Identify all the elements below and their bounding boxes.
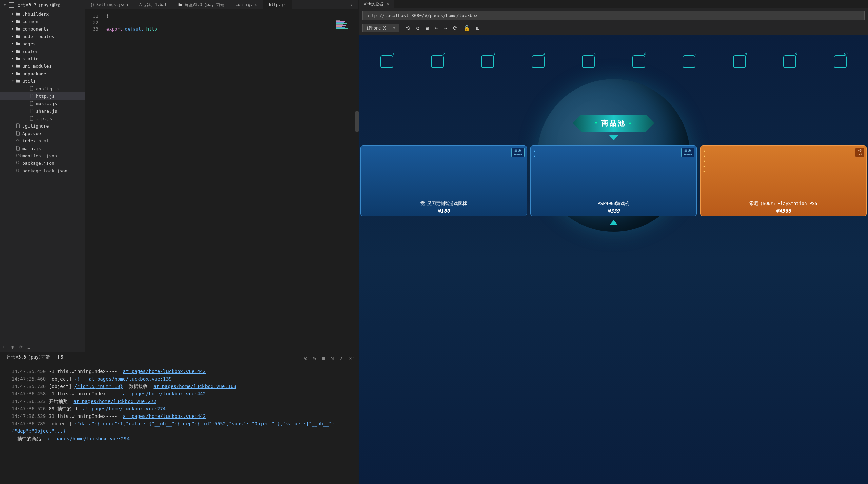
tree-item-package-lock-json[interactable]: {}package-lock.json (0, 167, 85, 174)
console-export-icon[interactable]: ⇲ (331, 355, 334, 361)
console-source-link[interactable]: at pages/home/luckbox.vue:272 (73, 399, 156, 404)
tree-item-pages[interactable]: pages (0, 40, 85, 47)
product-card[interactable]: 高级SENIOR竞 灵刀定制智游戏鼠标¥180 (360, 145, 527, 216)
rotate-icon[interactable]: ⟲ (406, 25, 410, 31)
url-bar[interactable]: http://localhost:8080/#/pages/home/luckb… (362, 11, 865, 20)
rarity-badge: 高级SENIOR (511, 148, 525, 157)
tree-item-label: static (22, 56, 38, 61)
number-box-2[interactable] (431, 55, 444, 68)
console-restart-icon[interactable]: ↻ (313, 355, 316, 361)
console-up-icon[interactable]: ∧ (340, 355, 343, 361)
tab-config-js[interactable]: config.js (230, 0, 263, 9)
preview-area[interactable]: « 商品池 » 高级SENIOR竞 灵刀定制智游戏鼠标¥180★★高级SENIO… (359, 35, 868, 484)
tabs-overflow[interactable]: › (345, 0, 359, 9)
close-icon[interactable]: ✕ (387, 2, 389, 6)
tree-item-index-html[interactable]: <>index.html (0, 137, 85, 144)
browser-tab[interactable]: Web浏览器 ✕ (359, 0, 394, 8)
console-source-link[interactable]: at pages/home/luckbox.vue:442 (123, 391, 206, 396)
tree-item-label: pages (22, 41, 36, 46)
minimap[interactable] (335, 19, 359, 94)
tree-item-components[interactable]: components (0, 25, 85, 33)
tree-item-share-js[interactable]: share.js (0, 107, 85, 115)
back-icon[interactable]: ← (435, 25, 438, 31)
tree-item--hbuilderx[interactable]: .hbuilderx (0, 10, 85, 18)
console-source-link[interactable]: at pages/home/luckbox.vue:163 (153, 384, 236, 389)
tree-item-static[interactable]: static (0, 55, 85, 62)
number-box-3[interactable] (481, 55, 494, 68)
tree-item-manifest-json[interactable]: {o}manifest.json (0, 152, 85, 159)
console-source-link[interactable]: at pages/home/luckbox.vue:442 (123, 369, 206, 374)
number-box-4[interactable] (532, 55, 545, 68)
project-root[interactable]: U 盲盒V3.3（pay)前端 (0, 0, 85, 10)
lock-icon[interactable]: 🔓 (463, 25, 470, 31)
reload-icon[interactable]: ⟳ (453, 25, 457, 31)
refresh-icon[interactable]: ⟳ (19, 344, 23, 350)
tree-item-label: uni_modules (22, 64, 52, 69)
devtools-icon[interactable]: ▣ (426, 25, 429, 31)
file-icon (29, 86, 34, 91)
tree-item-music-js[interactable]: music.js (0, 100, 85, 107)
tree-item-tip-js[interactable]: tip.js (0, 115, 85, 122)
tree-item-main-js[interactable]: main.js (0, 144, 85, 152)
device-selector[interactable]: iPhone X ▾ (362, 24, 399, 32)
tree-item-label: node_modules (22, 34, 54, 39)
bug-icon[interactable]: ✱ (11, 344, 14, 350)
console-source-link[interactable]: at pages/home/luckbox.vue:442 (123, 413, 206, 419)
tree-item-package-json[interactable]: {}package.json (0, 159, 85, 167)
folder-icon (16, 26, 20, 31)
tree-item-uni_modules[interactable]: uni_modules (0, 62, 85, 70)
console-line: 14:47:36.526 89 抽中的id at pages/home/luck… (12, 405, 352, 412)
manifest-icon: {o} (16, 153, 20, 158)
number-box-7[interactable] (683, 55, 695, 68)
tree-item-config-js[interactable]: config.js (0, 85, 85, 92)
console-output[interactable]: 14:47:35.450 -1 this.winningIndex---- at… (0, 365, 359, 484)
tree-item-unpackage[interactable]: unpackage (0, 70, 85, 77)
console-close-icon[interactable]: ×ⁱ (349, 355, 355, 361)
gear-icon[interactable]: ⚙ (416, 25, 419, 31)
editor-scrollbar[interactable] (355, 111, 359, 132)
tab-label: http.js (269, 2, 286, 7)
sidebar-toolbar: ⊟ ✱ ⟳ ☁ (0, 342, 85, 352)
console-source-link[interactable]: at pages/home/luckbox.vue:139 (89, 376, 172, 382)
forward-icon[interactable]: → (444, 25, 447, 31)
product-card[interactable]: ★★★★★传LEG索尼（SONY）PlayStation PS5¥4568 (700, 145, 867, 216)
tree-item-router[interactable]: router (0, 47, 85, 55)
console-title[interactable]: 盲盒V3.3（pay)前端 - H5 (7, 354, 63, 362)
tree-item-App-vue[interactable]: App.vue (0, 130, 85, 137)
console-source-link[interactable]: at pages/home/luckbox.vue:294 (47, 436, 130, 441)
tab-Settings-json[interactable]: {}Settings.json (85, 0, 134, 9)
star-icon: ★ (533, 149, 536, 153)
number-box-10[interactable] (834, 55, 847, 68)
number-box-9[interactable] (783, 55, 796, 68)
console-json-link[interactable]: {"id":5,"num":10} (74, 384, 123, 389)
product-pool-banner[interactable]: « 商品池 » (573, 115, 654, 132)
collapse-icon[interactable]: ⊟ (3, 344, 6, 350)
console-line: 14:47:35.460 [object] {} at pages/home/l… (12, 375, 352, 383)
code-body[interactable]: } export default http (102, 9, 359, 352)
console-json-link[interactable]: {} (74, 376, 80, 382)
folder-icon (16, 34, 20, 39)
tree-item-common[interactable]: common (0, 18, 85, 25)
console-source-link[interactable]: at pages/home/luckbox.vue:274 (83, 406, 166, 411)
qr-icon[interactable]: ⊞ (476, 25, 479, 31)
product-card[interactable]: ★★高级SENIORPSP4000游戏机¥339 (530, 145, 697, 216)
console-square-icon[interactable]: ■ (322, 355, 325, 361)
tree-item-utils[interactable]: utils (0, 77, 85, 85)
cloud-icon[interactable]: ☁ (27, 344, 30, 350)
tab-http-js[interactable]: http.js (263, 0, 292, 9)
number-box-6[interactable] (632, 55, 645, 68)
editor-content[interactable]: 313233 } export default http (85, 9, 359, 352)
number-box-1[interactable] (380, 55, 393, 68)
code-line: export default http (106, 26, 359, 32)
tab-AI---1-bat[interactable]: AI启动-1.bat (134, 0, 173, 9)
console-stop-icon[interactable]: ⊘ (304, 355, 307, 361)
tree-item-node_modules[interactable]: node_modules (0, 33, 85, 40)
number-box-8[interactable] (733, 55, 746, 68)
file-icon (29, 94, 34, 98)
tree-item-http-js[interactable]: http.js (0, 92, 85, 100)
number-box-5[interactable] (582, 55, 595, 68)
tab---V3-3-pay---[interactable]: 盲盒V3.3（pay)前端 (173, 0, 230, 9)
tree-item--gitignore[interactable]: .gitignore (0, 122, 85, 130)
chevron-right-icon (11, 64, 14, 68)
folder-icon (178, 3, 182, 7)
